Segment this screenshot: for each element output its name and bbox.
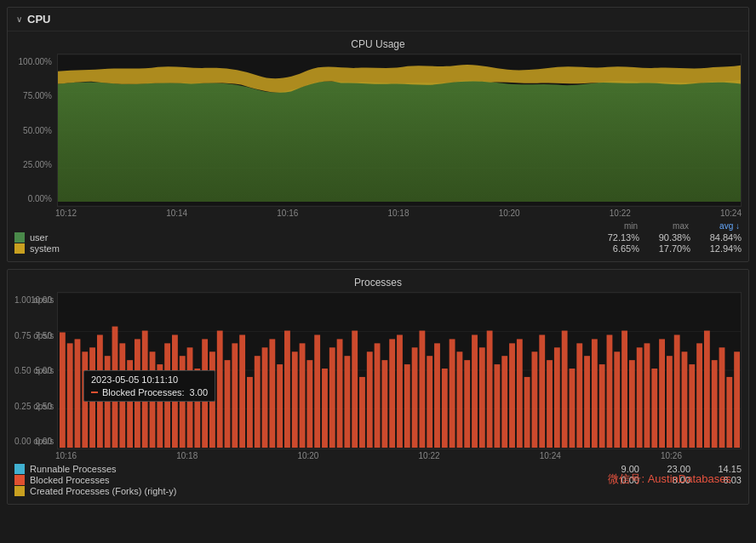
svg-rect-84 — [614, 352, 620, 448]
svg-rect-92 — [674, 334, 680, 448]
svg-rect-56 — [404, 364, 410, 448]
svg-rect-62 — [450, 339, 455, 448]
svg-rect-63 — [456, 352, 462, 448]
svg-rect-53 — [381, 360, 387, 448]
svg-rect-81 — [592, 339, 598, 448]
svg-rect-32 — [225, 360, 231, 448]
svg-rect-85 — [621, 331, 627, 448]
processes-y-axis-left: 10.00 7.50 5.00 2.50 0.00 — [14, 292, 55, 449]
svg-rect-60 — [434, 343, 440, 448]
cpu-panel: ∨ CPU CPU Usage 100.00% 75.00% 50.00% 25… — [7, 7, 749, 262]
svg-rect-76 — [554, 347, 560, 448]
svg-rect-69 — [501, 356, 507, 448]
proc-x-1026: 10:26 — [661, 451, 682, 460]
svg-rect-51 — [367, 352, 373, 448]
svg-rect-10 — [60, 332, 66, 448]
svg-rect-44 — [314, 334, 320, 448]
svg-rect-73 — [532, 352, 538, 448]
svg-rect-99 — [726, 377, 732, 448]
svg-rect-31 — [217, 331, 223, 448]
proc-x-1018: 10:18 — [176, 451, 198, 460]
y-label-75: 75.00% — [14, 91, 55, 100]
svg-rect-72 — [524, 377, 530, 448]
processes-chart-title: Processes — [14, 273, 742, 289]
tooltip-label: Blocked Processes: — [102, 387, 185, 397]
tooltip-time: 2023-05-05 10:11:10 — [91, 374, 208, 385]
cpu-chart-title: CPU Usage — [14, 35, 742, 50]
cpu-legend-user: user 72.13% 90.38% 84.84% — [14, 232, 742, 243]
proc-x-1020: 10:20 — [297, 451, 318, 460]
svg-rect-75 — [547, 360, 553, 448]
user-color — [14, 232, 25, 243]
system-color — [14, 243, 25, 254]
svg-rect-59 — [427, 356, 432, 448]
svg-rect-70 — [509, 343, 515, 448]
blocked-col1 — [537, 475, 588, 485]
system-values: 6.65% 17.70% 12.94% — [588, 243, 742, 254]
y-label-0: 0.00% — [14, 194, 55, 203]
legend-avg-header: avg ↓ — [689, 221, 740, 231]
collapse-icon[interactable]: ∨ — [16, 14, 22, 24]
proc-x-1016: 10:16 — [55, 451, 77, 460]
svg-rect-78 — [570, 369, 576, 448]
runnable-col1 — [537, 464, 588, 474]
svg-rect-83 — [607, 334, 613, 448]
svg-rect-46 — [329, 347, 335, 448]
watermark: 微信号: AustinDatabases — [608, 472, 731, 487]
svg-rect-35 — [247, 377, 253, 448]
proc-x-1024: 10:24 — [540, 451, 561, 460]
svg-rect-57 — [412, 347, 418, 448]
proc-y-0: 0.00 — [14, 437, 55, 446]
svg-rect-50 — [359, 377, 365, 448]
svg-rect-68 — [494, 364, 500, 448]
cpu-panel-title: CPU — [27, 13, 50, 26]
svg-rect-61 — [442, 369, 448, 448]
svg-rect-97 — [712, 360, 718, 448]
x-label-1014: 10:14 — [166, 209, 187, 218]
runnable-label: Runnable Processes — [30, 464, 537, 474]
svg-rect-36 — [255, 356, 261, 448]
svg-rect-58 — [419, 331, 425, 448]
proc-y-50: 5.00 — [14, 366, 55, 375]
y-label-50: 50.00% — [14, 126, 55, 135]
proc-legend-created: Created Processes (Forks) (right-y) — [14, 486, 742, 496]
blocked-color — [14, 475, 25, 485]
svg-rect-100 — [734, 352, 740, 448]
watermark-suffix: Databases — [679, 472, 731, 485]
watermark-highlight: Austin — [648, 472, 679, 485]
processes-panel: Processes 10.00 7.50 5.00 2.50 0.00 — [7, 269, 749, 505]
svg-rect-64 — [464, 360, 470, 448]
svg-rect-65 — [472, 334, 478, 448]
processes-chart-container: Processes 10.00 7.50 5.00 2.50 0.00 — [8, 270, 748, 504]
svg-rect-34 — [239, 334, 245, 448]
svg-rect-87 — [637, 347, 643, 448]
svg-rect-77 — [562, 331, 568, 448]
tooltip-color-dot — [91, 392, 98, 393]
proc-y-25: 2.50 — [14, 402, 55, 411]
svg-rect-89 — [651, 369, 657, 448]
user-min: 72.13% — [588, 232, 639, 243]
svg-rect-38 — [269, 339, 275, 448]
svg-rect-94 — [689, 364, 695, 448]
system-min: 6.65% — [588, 243, 639, 254]
svg-rect-88 — [644, 343, 650, 448]
svg-rect-52 — [375, 343, 381, 448]
user-values: 72.13% 90.38% 84.84% — [588, 232, 742, 243]
proc-x-1022: 10:22 — [419, 451, 440, 460]
svg-rect-74 — [539, 334, 545, 448]
svg-rect-49 — [352, 331, 358, 448]
svg-rect-43 — [306, 360, 312, 448]
svg-rect-90 — [659, 339, 665, 448]
x-label-1016: 10:16 — [277, 209, 298, 218]
svg-rect-12 — [75, 339, 81, 448]
watermark-prefix: 微信号: — [608, 472, 647, 485]
created-label: Created Processes (Forks) (right-y) — [30, 486, 742, 496]
blocked-label: Blocked Processes — [30, 475, 537, 485]
svg-rect-98 — [719, 347, 725, 448]
svg-rect-40 — [284, 331, 290, 448]
svg-rect-42 — [300, 343, 306, 448]
cpu-legend-system: system 6.65% 17.70% 12.94% — [14, 243, 742, 254]
cpu-chart-svg — [58, 54, 741, 206]
svg-rect-37 — [262, 347, 268, 448]
cpu-legend-header: min max avg ↓ — [14, 221, 742, 231]
